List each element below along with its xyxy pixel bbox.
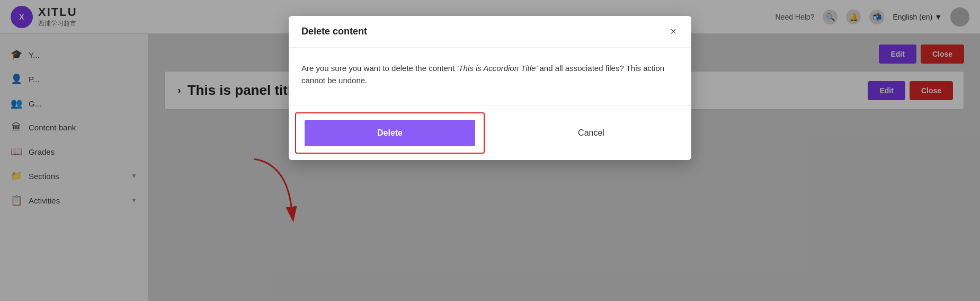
- modal-close-button[interactable]: ×: [668, 25, 679, 38]
- delete-button[interactable]: Delete: [305, 120, 475, 146]
- modal-footer: Delete Cancel: [289, 105, 691, 160]
- modal-header: Delete content ×: [289, 16, 691, 48]
- modal-message: Are you sure you want to delete the cont…: [301, 63, 679, 86]
- modal-message-italic: 'This is Accordion Title': [457, 64, 538, 73]
- modal-message-before: Are you sure you want to delete the cont…: [301, 64, 457, 73]
- delete-button-wrapper: Delete: [295, 112, 485, 154]
- modal-body: Are you sure you want to delete the cont…: [289, 48, 691, 95]
- delete-modal: Delete content × Are you sure you want t…: [289, 16, 691, 160]
- modal-title: Delete content: [301, 26, 367, 37]
- modal-overlay: Delete content × Are you sure you want t…: [0, 0, 980, 301]
- cancel-button[interactable]: Cancel: [497, 112, 685, 154]
